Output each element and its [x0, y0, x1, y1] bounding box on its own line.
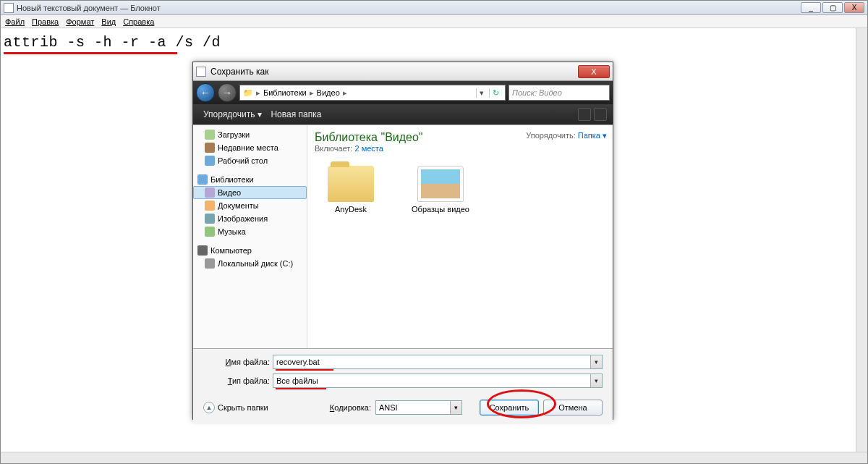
- arrange-link[interactable]: Папка ▾: [578, 131, 607, 140]
- organize-button[interactable]: Упорядочить ▾: [199, 108, 266, 121]
- tree-local-disk-c[interactable]: Локальный диск (C:): [193, 257, 307, 270]
- tree-video[interactable]: Видео: [193, 186, 307, 199]
- dialog-close-button[interactable]: X: [578, 65, 610, 78]
- annotation-underline: [4, 52, 177, 54]
- address-dropdown-icon[interactable]: ▾: [476, 88, 486, 98]
- arrange-by: Упорядочить: Папка ▾: [526, 131, 607, 140]
- menu-format[interactable]: Формат: [66, 17, 94, 26]
- save-as-dialog: Сохранить как X ← → 📁 ▸ Библиотеки ▸ Вид…: [192, 62, 613, 420]
- dialog-titlebar: Сохранить как X: [193, 62, 613, 81]
- content-pane: Библиотека "Видео" Включает: 2 места Упо…: [307, 125, 613, 348]
- dialog-body: Загрузки Недавние места Рабочий стол Биб…: [193, 125, 613, 349]
- folder-anydesk[interactable]: AnyDesk: [315, 166, 387, 214]
- folder-tree: Загрузки Недавние места Рабочий стол Биб…: [193, 125, 307, 348]
- tree-documents[interactable]: Документы: [193, 199, 307, 212]
- filename-row: Имя файла: recovery.bat ▾: [203, 355, 603, 369]
- horizontal-scrollbar[interactable]: [1, 452, 867, 463]
- filetype-select[interactable]: Все файлы ▾: [273, 374, 603, 388]
- folder-icon: [417, 166, 464, 202]
- breadcrumb-libraries[interactable]: Библиотеки: [263, 88, 307, 97]
- dialog-icon: [196, 67, 206, 77]
- item-grid: AnyDesk Образцы видео: [315, 166, 605, 214]
- chevron-down-icon: ▾: [258, 109, 262, 119]
- menu-edit[interactable]: Правка: [32, 17, 59, 26]
- breadcrumb-sep-0[interactable]: ▸: [256, 88, 260, 98]
- dropdown-icon[interactable]: ▾: [450, 401, 461, 414]
- tree-desktop[interactable]: Рабочий стол: [193, 154, 307, 167]
- dialog-actions: ▲ Скрыть папки Кодировка: ANSI ▾ Сохрани…: [193, 395, 613, 423]
- folder-icon: [328, 166, 374, 202]
- library-subtitle: Включает: 2 места: [315, 144, 605, 153]
- tree-downloads[interactable]: Загрузки: [193, 128, 307, 141]
- new-folder-button[interactable]: Новая папка: [266, 108, 326, 121]
- hide-folders-toggle[interactable]: ▲ Скрыть папки: [203, 402, 268, 413]
- nav-back-button[interactable]: ←: [196, 83, 215, 102]
- menu-view[interactable]: Вид: [101, 17, 116, 26]
- notepad-window: Новый текстовый документ — Блокнот _ ▢ X…: [0, 0, 868, 464]
- filetype-label: Тип файла:: [203, 376, 273, 385]
- editor-line-1: attrib -s -h -r -a /s /d: [4, 34, 853, 51]
- includes-link[interactable]: 2 места: [354, 144, 383, 153]
- filetype-row: Тип файла: Все файлы ▾: [203, 374, 603, 388]
- tree-music[interactable]: Музыка: [193, 225, 307, 238]
- filename-input[interactable]: recovery.bat ▾: [273, 355, 603, 369]
- menu-file[interactable]: Файл: [5, 17, 25, 26]
- refresh-icon[interactable]: ↻: [489, 88, 502, 98]
- close-button[interactable]: X: [844, 2, 864, 13]
- collapse-icon: ▲: [203, 402, 215, 413]
- breadcrumb-sep-1[interactable]: ▸: [310, 88, 314, 98]
- minimize-button[interactable]: _: [801, 2, 821, 13]
- address-bar[interactable]: 📁 ▸ Библиотеки ▸ Видео ▸ ▾ ↻: [239, 85, 506, 101]
- filename-label: Имя файла:: [203, 358, 273, 366]
- save-button[interactable]: Сохранить: [480, 400, 539, 416]
- view-options-icon[interactable]: [578, 108, 591, 121]
- dialog-nav-bar: ← → 📁 ▸ Библиотеки ▸ Видео ▸ ▾ ↻ Поиск: …: [193, 81, 613, 104]
- breadcrumb-root-icon: 📁: [243, 88, 253, 98]
- chevron-down-icon: ▾: [603, 131, 607, 140]
- window-controls: _ ▢ X: [801, 2, 864, 13]
- encoding-select[interactable]: ANSI ▾: [375, 400, 462, 415]
- cancel-button[interactable]: Отмена: [543, 400, 603, 416]
- tree-recent[interactable]: Недавние места: [193, 141, 307, 154]
- nav-forward-button[interactable]: →: [218, 83, 237, 102]
- maximize-button[interactable]: ▢: [822, 2, 843, 13]
- dialog-fields: Имя файла: recovery.bat ▾ Тип файла: Все…: [193, 349, 613, 395]
- search-input[interactable]: Поиск: Видео: [509, 85, 610, 101]
- annotation-underline: [276, 388, 326, 389]
- toolbar-right-group: [578, 108, 607, 121]
- notepad-icon: [4, 3, 14, 13]
- encoding-label: Кодировка:: [330, 403, 371, 412]
- dialog-toolbar: Упорядочить ▾ Новая папка: [193, 104, 613, 125]
- dropdown-icon[interactable]: ▾: [590, 355, 602, 368]
- notepad-title: Новый текстовый документ — Блокнот: [17, 4, 801, 12]
- help-icon[interactable]: [594, 108, 607, 121]
- tree-images[interactable]: Изображения: [193, 212, 307, 225]
- breadcrumb-video[interactable]: Видео: [317, 88, 340, 97]
- vertical-scrollbar[interactable]: [856, 28, 867, 452]
- tree-libraries[interactable]: Библиотеки: [193, 173, 307, 186]
- dialog-title: Сохранить как: [210, 67, 578, 77]
- tree-computer[interactable]: Компьютер: [193, 244, 307, 257]
- folder-sample-videos[interactable]: Образцы видео: [404, 166, 477, 214]
- notepad-menubar: Файл Правка Формат Вид Справка: [1, 15, 867, 28]
- breadcrumb-sep-2[interactable]: ▸: [343, 88, 347, 98]
- annotation-underline: [276, 369, 333, 371]
- menu-help[interactable]: Справка: [123, 17, 154, 26]
- notepad-titlebar: Новый текстовый документ — Блокнот _ ▢ X: [1, 1, 867, 15]
- dropdown-icon[interactable]: ▾: [590, 374, 602, 387]
